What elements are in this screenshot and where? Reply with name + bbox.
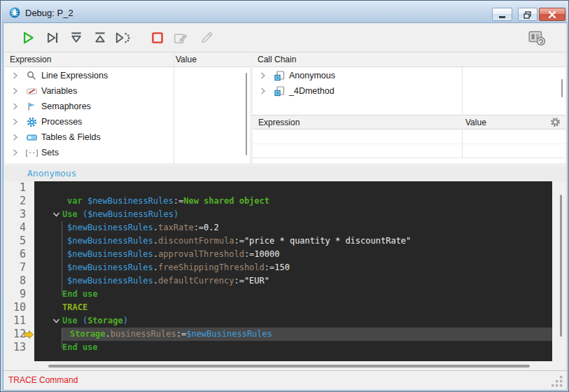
chevron-right-icon[interactable] (10, 133, 21, 141)
code-area[interactable]: var $newBusinessRules:=New shared object… (34, 181, 552, 361)
line-number[interactable]: 1 (5, 181, 34, 195)
watch-item-sets[interactable]: [··]Sets (5, 145, 244, 160)
line-number-gutter[interactable]: 12345678910111213 (5, 181, 34, 361)
code-token: := (244, 249, 254, 259)
step-out-icon (92, 30, 108, 46)
chevron-right-icon[interactable] (10, 148, 21, 157)
row-divider (253, 144, 566, 144)
chevron-right-icon[interactable] (258, 71, 269, 80)
custom-watch-header: Expression Value (253, 115, 566, 130)
value-column-header[interactable]: Value (176, 53, 197, 66)
debugger-panes-button[interactable] (528, 29, 546, 46)
chevron-right-icon[interactable] (10, 87, 21, 95)
restore-button[interactable] (518, 8, 538, 21)
code-token: := (234, 276, 244, 286)
chevron-right-icon[interactable] (10, 71, 21, 80)
code-token: "price * quantity * discountRate" (244, 236, 411, 246)
code-line[interactable]: $newBusinessRules.defaultCurrency:="EUR" (34, 274, 552, 288)
table-icon (26, 133, 37, 142)
status-message: TRACE Command (8, 375, 78, 385)
code-token: 150 (274, 262, 290, 272)
code-line[interactable]: Storage.businessRules:=$newBusinessRules (34, 328, 552, 341)
step-into-button[interactable] (69, 30, 84, 46)
editor-horizontal-scrollbar[interactable] (48, 365, 530, 368)
watch-item-line-expressions[interactable]: Line Expressions (5, 68, 244, 83)
step-over-button[interactable] (45, 30, 60, 46)
call-chain-scrollbar[interactable] (561, 79, 563, 97)
minimize-button[interactable] (492, 8, 512, 21)
code-token: Storage (87, 316, 123, 326)
code-token: . (106, 329, 111, 339)
close-button[interactable] (539, 8, 566, 21)
watch-panel-header: Expression Value (5, 53, 250, 67)
code-editor: 12345678910111213 var $newBusinessRules:… (3, 181, 567, 361)
line-number[interactable]: 12 (5, 328, 34, 341)
code-token: $newBusinessRules (87, 209, 174, 219)
fold-arrow-icon[interactable] (52, 211, 60, 218)
chevron-right-icon[interactable] (258, 87, 269, 95)
debug-toolbar (3, 23, 567, 52)
call-chain-item[interactable]: Anonymous (253, 68, 560, 83)
line-number[interactable]: 13 (5, 341, 34, 354)
expression-column-header[interactable]: Expression (10, 55, 51, 64)
editor-vertical-scrollbar[interactable] (560, 195, 562, 337)
exec-arrow-icon (24, 330, 34, 340)
code-token: 0.2 (204, 223, 219, 232)
editor-scroll-gutter (552, 181, 567, 361)
current-method-name: Anonymous (27, 168, 76, 178)
watch-item-tables-fields[interactable]: Tables & Fields (5, 130, 244, 145)
flag-icon (26, 102, 37, 111)
code-line[interactable]: Use (Storage) (34, 314, 552, 328)
code-line[interactable]: $newBusinessRules.discountFormula:="pric… (34, 234, 552, 248)
code-lines: var $newBusinessRules:=New shared object… (34, 181, 552, 354)
code-line[interactable]: End use (34, 341, 552, 354)
code-line[interactable]: End use (34, 288, 552, 301)
debug-window: Debug: P_2 Expression Value Line Express… (0, 0, 569, 392)
code-line[interactable] (34, 181, 552, 195)
line-number[interactable]: 6 (5, 248, 34, 261)
code-token: := (174, 196, 183, 206)
line-number[interactable]: 2 (5, 195, 34, 208)
code-line[interactable]: TRACE (34, 301, 552, 314)
no-trace-button[interactable] (20, 30, 36, 46)
line-number[interactable]: 5 (5, 234, 34, 248)
value-column-header[interactable]: Value (465, 115, 486, 130)
watch-scrollbar[interactable] (246, 73, 247, 155)
fold-arrow-icon[interactable] (52, 318, 60, 324)
watch-item-processes[interactable]: Processes (5, 114, 244, 130)
window-title: Debug: P_2 (25, 8, 73, 18)
line-number[interactable]: 4 (5, 221, 34, 234)
call-chain-panel: Call Chain Anonymous_4Dmethod Expression… (253, 53, 566, 163)
code-line[interactable]: $newBusinessRules.taxRate:=0.2 (34, 221, 552, 234)
expression-column-header[interactable]: Expression (258, 118, 300, 127)
code-token: ) (123, 316, 128, 326)
watch-item-variables[interactable]: Variables (5, 83, 244, 99)
code-token: $newBusinessRules (67, 276, 153, 286)
step-into-process-button[interactable] (114, 30, 129, 46)
call-chain-item[interactable]: _4Dmethod (253, 83, 560, 99)
abort-icon (150, 30, 165, 46)
abort-button[interactable] (150, 30, 165, 46)
watch-item-semaphores[interactable]: Semaphores (5, 99, 244, 114)
chevron-right-icon[interactable] (10, 102, 21, 111)
code-line[interactable]: Use ($newBusinessRules) (34, 208, 552, 221)
line-number[interactable]: 10 (5, 301, 34, 314)
gear-icon[interactable] (550, 117, 561, 127)
title-bar[interactable]: Debug: P_2 (1, 1, 568, 23)
code-line[interactable]: var $newBusinessRules:=New shared object (34, 195, 552, 208)
code-token: := (234, 236, 244, 246)
step-out-button[interactable] (92, 30, 108, 46)
chevron-right-icon[interactable] (10, 118, 21, 126)
line-number[interactable]: 8 (5, 274, 34, 288)
code-line[interactable]: $newBusinessRules.freeShippingThreshold:… (34, 261, 552, 274)
watch-item-label: Line Expressions (41, 71, 108, 80)
line-number[interactable]: 7 (5, 261, 34, 274)
resize-grip-icon[interactable] (552, 376, 563, 388)
line-number[interactable]: 3 (5, 208, 34, 221)
write-expression-button (199, 30, 214, 46)
line-number[interactable]: 11 (5, 314, 34, 328)
line-number[interactable]: 9 (5, 288, 34, 301)
method-icon (274, 71, 285, 81)
watch-panel: Expression Value Line ExpressionsVariabl… (5, 53, 250, 163)
code-line[interactable]: $newBusinessRules.approvalThreshold:=100… (34, 248, 552, 261)
